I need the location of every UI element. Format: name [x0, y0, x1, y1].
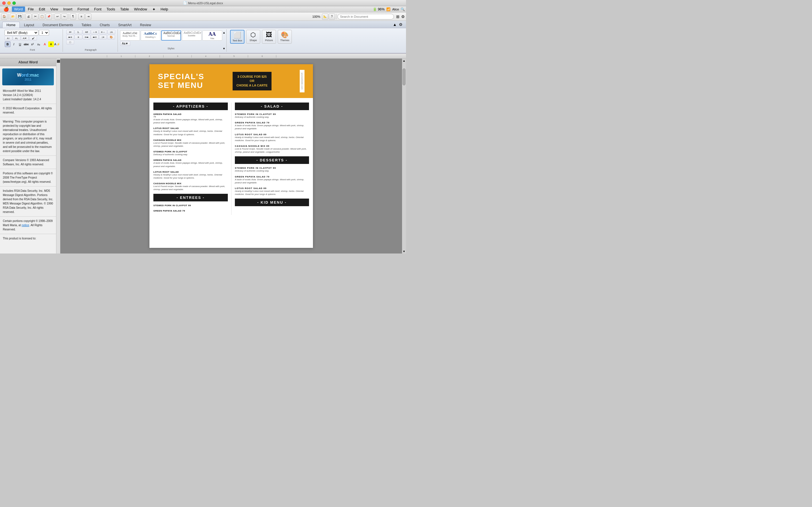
sort-btn[interactable]: ↕A: [107, 30, 115, 34]
shrink-font-btn[interactable]: A↓: [13, 36, 20, 41]
search-input[interactable]: [338, 14, 394, 19]
decrease-indent-btn[interactable]: ←≡: [91, 30, 99, 34]
menu-table[interactable]: Table: [118, 6, 131, 12]
print-btn[interactable]: 🖨: [26, 13, 32, 20]
para-marks-btn[interactable]: ¶: [70, 13, 76, 20]
bold-btn[interactable]: B: [5, 41, 10, 47]
zoom-ctrl[interactable]: 📐: [322, 13, 328, 20]
shading-btn[interactable]: 🎨: [107, 35, 115, 40]
copy-format-btn[interactable]: 🖌: [29, 36, 37, 41]
scroll-up-arrow[interactable]: ▲: [402, 59, 406, 63]
ribbon-collapse[interactable]: ▲: [392, 21, 398, 28]
ribbon-settings[interactable]: ⚙: [398, 21, 404, 28]
tab-layout[interactable]: Layout: [20, 22, 38, 28]
styles-up[interactable]: ▲: [223, 31, 225, 34]
doc-area[interactable]: SPECIAL'S SET MENU 3 COURSE FOR $25 OR C…: [60, 59, 402, 253]
expand-btn[interactable]: ⊞: [396, 14, 400, 19]
style-heading1[interactable]: AaBbCc Heading 1: [141, 31, 160, 41]
appetizer-4: STEWED PORK IN CLAYPOT Delicacy of authe…: [153, 151, 228, 156]
underline-btn[interactable]: U: [17, 41, 23, 47]
menu-format[interactable]: Format: [75, 6, 91, 12]
ribbon-group-font: Bell MT (Body) 12 A↑ A↓ A✕ 🖌 B I U abc x…: [2, 29, 63, 52]
align-center-btn[interactable]: ≡: [74, 35, 82, 40]
notice-link[interactable]: notice: [22, 224, 29, 227]
close-button[interactable]: [2, 1, 6, 5]
multilevel-btn[interactable]: ≡#: [83, 30, 91, 34]
search-icon[interactable]: 🔍: [401, 7, 405, 11]
indent-btn[interactable]: ⇥: [85, 13, 91, 20]
themes-btn[interactable]: 🎨 Themes: [278, 30, 292, 44]
grow-font-btn[interactable]: A↑: [4, 36, 12, 41]
align-left-btn[interactable]: ⬅≡: [66, 35, 74, 40]
text-box-btn[interactable]: ⬜ Text Box: [230, 30, 245, 44]
menu-word[interactable]: Word: [12, 6, 25, 12]
open-btn[interactable]: 📂: [10, 13, 16, 20]
minimize-button[interactable]: [7, 1, 11, 5]
style-normal-preview: AaBbCcDdEe: [163, 32, 179, 35]
vertical-scrollbar[interactable]: ▲ ▼: [402, 59, 406, 253]
bullets-btn[interactable]: ≡•: [66, 30, 74, 34]
menu-window[interactable]: Window: [132, 6, 149, 12]
menu-font[interactable]: Font: [92, 6, 104, 12]
numbering-btn[interactable]: 1.: [74, 30, 82, 34]
tab-smartart[interactable]: SmartArt: [114, 22, 136, 28]
scroll-thumb[interactable]: [403, 68, 405, 86]
tab-charts[interactable]: Charts: [96, 22, 114, 28]
help-btn[interactable]: ?: [329, 13, 335, 20]
style-normal[interactable]: AaBbCcDdEe Normal: [161, 31, 181, 41]
menu-help[interactable]: Help: [158, 6, 170, 12]
tab-home[interactable]: Home: [2, 22, 20, 28]
superscript-btn[interactable]: x²: [30, 41, 35, 47]
entree-1: STEWED PORK IN CLAYPOT 99: [153, 204, 228, 207]
picture-btn[interactable]: 🖼 Picture: [262, 30, 276, 44]
paste-btn[interactable]: 📌: [46, 13, 52, 20]
styles-down[interactable]: ▼: [223, 47, 225, 50]
panel-copyright4: Includes RSA Data Security, Inc. MD5 Mes…: [0, 187, 56, 215]
scroll-down-arrow[interactable]: ▼: [402, 249, 406, 253]
line-spacing-btn[interactable]: ↕≡: [99, 35, 107, 40]
italic-btn[interactable]: I: [11, 41, 17, 47]
save-btn[interactable]: 💾: [17, 13, 23, 20]
salad-header: - SALAD -: [235, 103, 309, 110]
menu-edit[interactable]: Edit: [37, 6, 47, 12]
menu-insert[interactable]: Insert: [61, 6, 75, 12]
highlight-btn[interactable]: A: [48, 41, 54, 47]
style-subtitle[interactable]: AaBbCcDdEe Subtitle: [182, 31, 202, 41]
tab-tables[interactable]: Tables: [77, 22, 96, 28]
borders-btn[interactable]: □: [66, 40, 74, 45]
font-size-selector[interactable]: 12: [39, 30, 49, 36]
strikethrough-btn[interactable]: abc: [23, 41, 29, 47]
styles-panel-btn[interactable]: Aa▼: [120, 41, 130, 46]
tab-review[interactable]: Review: [136, 22, 155, 28]
ruler-toggle[interactable]: ⬛: [57, 60, 60, 63]
font-color-btn[interactable]: A: [42, 41, 48, 47]
subscript-btn[interactable]: x₂: [36, 41, 42, 47]
new-btn[interactable]: 🏠: [1, 13, 7, 20]
menu-spark[interactable]: ✦: [150, 6, 158, 12]
redo-btn[interactable]: ↪: [61, 13, 67, 20]
style-body-text[interactable]: AaBbCcDd Body Text Ri...: [120, 31, 140, 41]
copy-btn[interactable]: 📋: [39, 13, 45, 20]
cut-btn[interactable]: ✂: [32, 13, 38, 20]
settings-icon[interactable]: ⚙: [401, 14, 405, 19]
maximize-button[interactable]: [12, 1, 16, 5]
logo-word: Word:mac: [17, 73, 39, 78]
align-right-btn[interactable]: ≡➡: [83, 35, 91, 40]
text-effect-btn[interactable]: A⚡: [54, 41, 60, 47]
main-area: About Word Word:mac 2011 Microsoft® Word…: [0, 59, 406, 253]
font-family-selector[interactable]: Bell MT (Body): [4, 30, 38, 36]
increase-indent-btn[interactable]: ≡→: [99, 30, 107, 34]
undo-btn[interactable]: ↩: [54, 13, 61, 20]
tab-document-elements[interactable]: Document Elements: [38, 22, 77, 28]
menu-tools[interactable]: Tools: [104, 6, 117, 12]
window-controls[interactable]: [2, 1, 16, 5]
style-title[interactable]: AA Title: [202, 31, 222, 41]
apple-menu[interactable]: 🍎: [1, 6, 11, 12]
shape-btn[interactable]: ⬡ Shape: [246, 30, 260, 44]
menu-website: yourwebsite.com: [300, 70, 305, 93]
list-btn[interactable]: ≡: [79, 13, 85, 20]
menu-view[interactable]: View: [48, 6, 60, 12]
clear-format-btn[interactable]: A✕: [21, 36, 29, 41]
menu-file[interactable]: File: [26, 6, 36, 12]
justify-btn[interactable]: ⬌≡: [91, 35, 99, 40]
